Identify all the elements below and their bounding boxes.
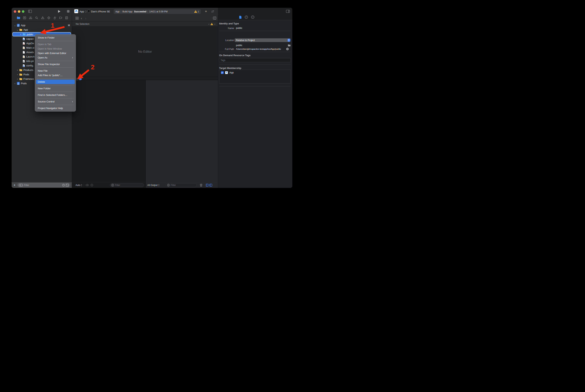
show-variables-view-icon[interactable] [206,184,208,186]
checkbox-checked-icon[interactable] [221,71,224,74]
storyboard-file-icon [22,46,25,49]
quicklook-eye-icon[interactable] [85,184,89,186]
source-control-filter-icon[interactable] [66,184,69,186]
updown-chevrons-icon [158,184,159,186]
location-label: Location [218,39,234,42]
menu-item-open-with-external-editor[interactable]: Open with External Editor [35,51,76,56]
odr-tags-input[interactable] [219,58,291,62]
tab-file-inspector[interactable] [239,16,242,20]
console-filter-field[interactable] [166,183,197,187]
choose-folder-icon[interactable] [288,44,291,47]
name-value[interactable]: public [236,27,242,30]
previous-issue-button[interactable]: ‹ [208,22,209,26]
stop-button[interactable] [67,10,69,12]
menu-item-add-files[interactable]: Add Files to “public“… [35,73,76,78]
go-forward-button[interactable]: › [85,16,86,20]
tab-quick-help-inspector[interactable]: ? [251,16,254,20]
tab-report-navigator[interactable] [65,16,68,20]
tab-project-navigator[interactable] [17,16,20,20]
variables-view[interactable] [72,80,146,182]
menu-item-open-as[interactable]: Open As› [35,56,76,60]
variables-scope-popup[interactable]: Auto [75,184,82,186]
svg-text:?: ? [252,16,253,18]
recent-files-clock-icon[interactable] [62,184,65,186]
tab-find-navigator[interactable] [35,16,38,20]
disclosure-chevron-icon[interactable]: › [16,68,18,72]
tab-symbol-navigator[interactable] [29,16,32,20]
variables-filter-input[interactable] [115,184,143,186]
tree-item-label: Main.st [26,46,34,49]
status-result: Succeeded [134,10,146,13]
menu-separator [37,78,74,79]
tab-debug-navigator[interactable] [53,16,56,20]
add-editor-icon[interactable] [213,17,216,20]
clear-console-trash-icon[interactable] [200,184,202,187]
tree-row-app-group[interactable]: ⌄ App [11,28,72,32]
tree-item-label: Launch [26,55,35,58]
activity-status[interactable]: App | Build App: Succeeded | 1/4/21 at 5… [114,9,201,14]
disclosure-chevron-icon[interactable]: ⌄ [16,28,18,32]
add-file-button[interactable]: + [11,183,17,187]
disclosure-chevron-icon[interactable]: › [16,77,18,81]
disclosure-chevron-icon[interactable]: › [16,72,18,77]
location-dropdown[interactable]: Relative to Project [235,38,291,42]
related-items-icon[interactable] [75,17,79,20]
toggle-inspector-icon[interactable] [286,10,290,13]
disclosure-chevron-icon[interactable]: › [19,32,22,36]
tree-item-label: App [23,28,28,31]
target-membership-row[interactable]: App [219,70,291,74]
minimize-window-button[interactable] [18,10,20,13]
menu-separator [37,105,74,105]
disclosure-chevron-icon[interactable]: ⌄ [14,23,16,28]
disclosure-chevron-icon[interactable]: › [14,81,16,86]
swap-editors-icon[interactable] [211,9,215,14]
menu-item-show-file-inspector[interactable]: Show File Inspector [35,62,76,66]
warning-icon[interactable] [210,23,213,25]
scheme-selector[interactable]: App ⟩ Dan's iPhone SE [74,8,110,15]
goto-path-arrow-icon[interactable] [286,48,289,51]
console-scope-popup[interactable]: All Output [147,184,159,186]
menu-item-find-in-selected-folders[interactable]: Find in Selected Folders… [35,93,76,97]
submenu-chevron-icon: › [72,99,73,104]
menu-item-new-folder[interactable]: New Folder [35,86,76,91]
tab-source-control-navigator[interactable] [23,16,26,20]
next-issue-button[interactable]: › [214,22,215,26]
navigator-filter-field[interactable] [17,183,70,187]
close-window-button[interactable] [14,10,16,13]
menu-item-delete[interactable]: Delete [36,80,75,84]
go-back-button[interactable]: ‹ [81,16,82,20]
show-console-view-icon[interactable] [209,184,212,186]
tab-history-inspector[interactable] [245,16,248,20]
toggle-navigator-icon[interactable] [28,10,32,13]
updown-chevrons-icon [81,184,82,186]
tab-issue-navigator[interactable] [41,16,44,20]
menu-item-source-control[interactable]: Source Control› [35,99,76,104]
warning-count-badge[interactable]: 2 [194,10,199,13]
tree-item-label: Pods [23,73,29,76]
menu-item-show-in-finder[interactable]: Show in Finder [35,36,76,40]
fullpath-label: Full Path [218,48,234,50]
new-tab-button[interactable]: + [204,9,208,14]
menu-item-new-file[interactable]: New File [35,68,76,73]
tab-test-navigator[interactable] [47,16,50,20]
tab-breakpoint-navigator[interactable] [59,16,62,20]
status-project: App [115,10,119,13]
menu-item-open-in-tab: Open in Tab [35,42,76,46]
source-control-status-badge: M [68,24,70,27]
jump-bar-text: No Selection [76,23,89,25]
navigator-filter-input[interactable] [24,184,61,186]
console-filter-input[interactable] [171,184,195,186]
tree-row-app-project[interactable]: ⌄ App M [11,23,72,28]
app-icon [74,9,78,14]
jump-bar[interactable]: No Selection ‹ › [72,22,218,26]
run-destination[interactable]: Dan's iPhone SE [91,10,110,13]
info-icon[interactable] [91,184,93,186]
scheme-name: App [79,10,84,13]
variables-filter-field[interactable] [110,183,144,187]
zoom-window-button[interactable] [22,10,24,13]
console-view[interactable] [146,80,218,182]
filter-icon [111,184,114,186]
menu-item-project-navigator-help[interactable]: Project Navigator Help [35,106,76,110]
folder-icon [19,74,22,76]
run-button[interactable] [58,10,60,13]
